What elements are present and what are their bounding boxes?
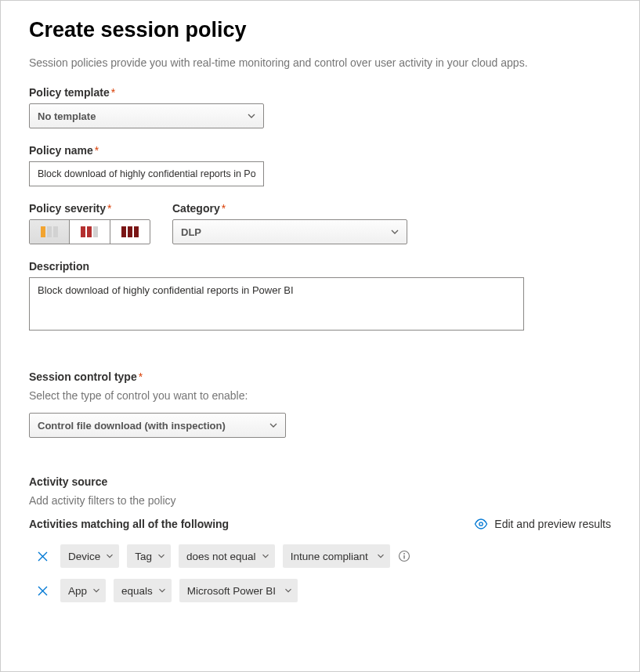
remove-filter-button[interactable] bbox=[35, 583, 49, 598]
chevron-down-icon bbox=[269, 421, 278, 430]
filter-field-chip[interactable]: Device bbox=[60, 544, 119, 568]
severity-high[interactable] bbox=[110, 220, 150, 244]
activity-source-sub: Add activity filters to the policy bbox=[29, 494, 611, 507]
description-input[interactable] bbox=[29, 277, 524, 331]
page-subtitle: Session policies provide you with real-t… bbox=[29, 56, 611, 69]
policy-template-label: Policy template* bbox=[29, 86, 611, 99]
policy-name-label: Policy name* bbox=[29, 144, 611, 157]
chevron-down-icon bbox=[158, 587, 166, 594]
session-control-type-sub: Select the type of control you want to e… bbox=[29, 389, 611, 402]
chevron-down-icon bbox=[247, 111, 256, 121]
severity-picker bbox=[29, 219, 150, 244]
chevron-down-icon bbox=[92, 587, 100, 594]
policy-name-input[interactable] bbox=[29, 161, 264, 186]
activities-matching-label: Activities matching all of the following bbox=[29, 518, 229, 530]
activity-source-heading: Activity source bbox=[29, 475, 611, 488]
session-control-type-label: Session control type* bbox=[29, 370, 611, 383]
info-icon[interactable] bbox=[398, 550, 410, 562]
filter-operator-chip[interactable]: equals bbox=[114, 579, 172, 602]
filter-operator-chip[interactable]: does not equal bbox=[179, 544, 275, 568]
filter-row: App equals Microsoft Power BI bbox=[35, 579, 611, 602]
eye-icon bbox=[474, 518, 488, 529]
session-control-dropdown[interactable]: Control file download (with inspection) bbox=[29, 413, 286, 438]
chevron-down-icon bbox=[390, 227, 400, 237]
chevron-down-icon bbox=[377, 552, 385, 560]
chevron-down-icon bbox=[106, 552, 114, 560]
severity-medium[interactable] bbox=[70, 220, 110, 244]
category-label: Category* bbox=[172, 202, 407, 215]
filter-value-chip[interactable]: Microsoft Power BI bbox=[179, 579, 298, 602]
remove-filter-button[interactable] bbox=[35, 549, 49, 563]
policy-severity-label: Policy severity* bbox=[29, 202, 150, 215]
chevron-down-icon bbox=[284, 587, 292, 594]
severity-low[interactable] bbox=[30, 220, 70, 244]
chevron-down-icon bbox=[157, 552, 165, 560]
filter-value-chip[interactable]: Intune compliant bbox=[283, 544, 390, 568]
description-label: Description bbox=[29, 260, 611, 273]
chevron-down-icon bbox=[262, 552, 269, 560]
filter-row: Device Tag does not equal Intune complia… bbox=[35, 544, 611, 568]
filter-field-chip[interactable]: App bbox=[60, 579, 106, 602]
edit-preview-results-link[interactable]: Edit and preview results bbox=[474, 518, 611, 530]
page-title: Create session policy bbox=[29, 18, 611, 42]
filter-subfield-chip[interactable]: Tag bbox=[127, 544, 171, 568]
category-dropdown[interactable]: DLP bbox=[172, 219, 407, 244]
policy-template-dropdown[interactable]: No template bbox=[29, 103, 264, 128]
